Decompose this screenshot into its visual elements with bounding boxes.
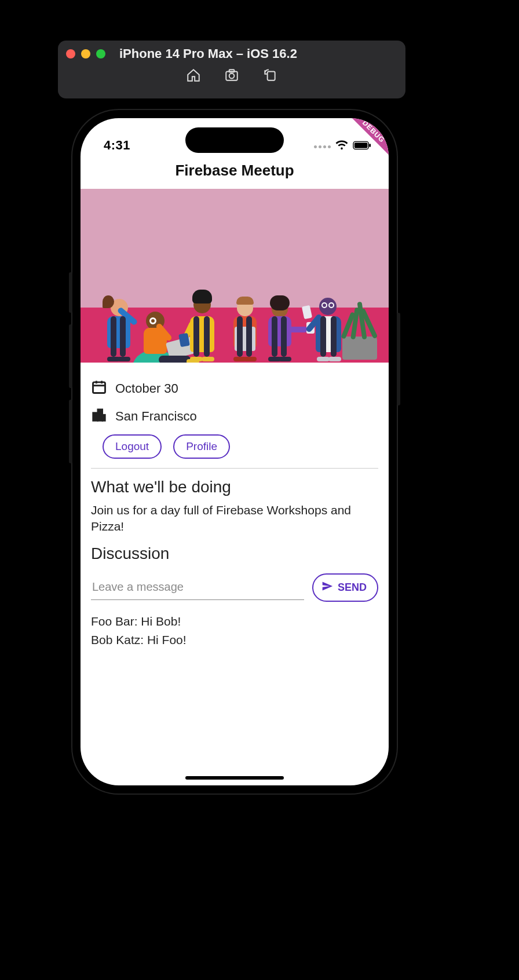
home-indicator[interactable] bbox=[185, 776, 284, 780]
svg-rect-11 bbox=[93, 413, 98, 421]
message-list: Foo Bar: Hi Bob! Bob Katz: Hi Foo! bbox=[91, 615, 378, 647]
svg-point-1 bbox=[229, 74, 235, 79]
calendar-icon bbox=[91, 379, 107, 398]
profile-button[interactable]: Profile bbox=[173, 434, 230, 459]
svg-rect-3 bbox=[268, 72, 275, 81]
about-body: Join us for a day full of Firebase Works… bbox=[91, 502, 378, 535]
auth-button-row: Logout Profile bbox=[103, 434, 378, 459]
close-window-button[interactable] bbox=[66, 49, 75, 58]
svg-rect-14 bbox=[94, 415, 96, 416]
message-input[interactable] bbox=[91, 575, 304, 600]
wifi-icon bbox=[335, 140, 348, 153]
traffic-lights bbox=[66, 49, 105, 58]
svg-rect-16 bbox=[99, 414, 100, 415]
svg-rect-5 bbox=[354, 142, 368, 148]
message-item: Bob Katz: Hi Foo! bbox=[91, 633, 378, 647]
minimize-window-button[interactable] bbox=[81, 49, 90, 58]
message-item: Foo Bar: Hi Bob! bbox=[91, 615, 378, 628]
event-date-row: October 30 bbox=[91, 379, 378, 398]
svg-rect-2 bbox=[229, 70, 235, 72]
cellular-icon bbox=[314, 145, 331, 148]
zoom-window-button[interactable] bbox=[96, 49, 105, 58]
page-title: Firebase Meetup bbox=[175, 162, 294, 180]
event-location: San Francisco bbox=[115, 409, 197, 424]
simulator-window-bar: iPhone 14 Pro Max – iOS 16.2 bbox=[58, 41, 405, 98]
screen: DEBUG 4:31 Firebase Meetup bbox=[81, 118, 389, 785]
app-bar: Firebase Meetup bbox=[81, 153, 389, 189]
send-icon bbox=[321, 580, 333, 595]
city-icon bbox=[91, 407, 107, 426]
power-button[interactable] bbox=[397, 313, 400, 405]
volume-down-button[interactable] bbox=[69, 400, 72, 463]
home-icon[interactable] bbox=[186, 68, 201, 85]
dynamic-island bbox=[185, 127, 284, 153]
svg-rect-6 bbox=[369, 144, 371, 147]
hero-image bbox=[81, 189, 389, 363]
screenshot-icon[interactable] bbox=[224, 68, 239, 85]
message-compose-row: SEND bbox=[91, 573, 378, 602]
battery-icon bbox=[353, 141, 371, 152]
divider bbox=[91, 468, 378, 469]
rotate-icon[interactable] bbox=[262, 68, 277, 85]
volume-up-button[interactable] bbox=[69, 324, 72, 388]
plant-decoration bbox=[342, 337, 377, 360]
send-label: SEND bbox=[338, 582, 367, 594]
discussion-heading: Discussion bbox=[91, 544, 378, 563]
event-location-row: San Francisco bbox=[91, 407, 378, 426]
logout-button[interactable]: Logout bbox=[103, 434, 162, 459]
main-content: October 30 San Francisco Logout Profile … bbox=[81, 363, 389, 647]
event-date: October 30 bbox=[115, 381, 178, 396]
mute-switch[interactable] bbox=[69, 272, 72, 313]
phone-frame: DEBUG 4:31 Firebase Meetup bbox=[72, 110, 397, 793]
about-heading: What we'll be doing bbox=[91, 478, 378, 496]
svg-rect-13 bbox=[103, 415, 105, 421]
svg-rect-15 bbox=[99, 411, 100, 412]
status-time: 4:31 bbox=[104, 138, 130, 153]
send-button[interactable]: SEND bbox=[312, 573, 378, 602]
svg-rect-7 bbox=[93, 382, 105, 393]
simulator-title: iPhone 14 Pro Max – iOS 16.2 bbox=[119, 46, 297, 61]
